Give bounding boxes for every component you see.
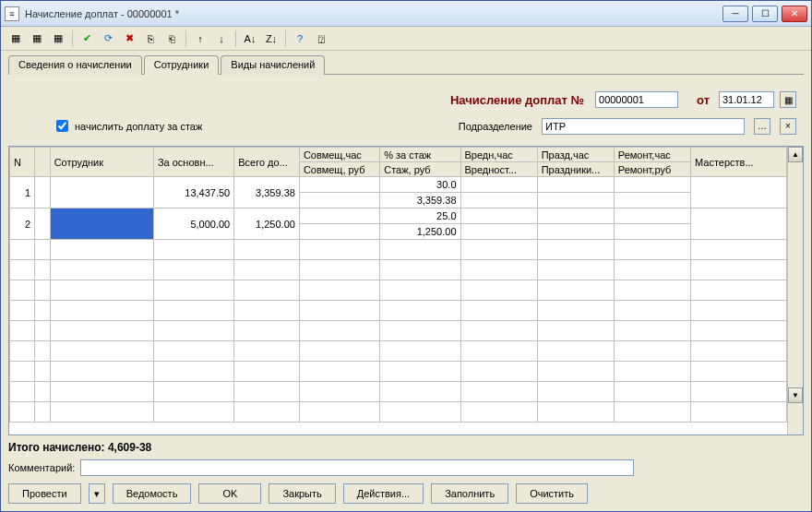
pointer-help-icon[interactable]: ⍰ bbox=[312, 30, 330, 48]
total-value: 4,609-38 bbox=[108, 441, 151, 454]
department-input[interactable] bbox=[542, 118, 745, 135]
date-input[interactable] bbox=[719, 91, 774, 108]
col-sovmesh-rub[interactable]: Совмещ, руб bbox=[299, 162, 379, 177]
app-window: ≡ Начисление доплат - 00000001 * ─ ☐ ✕ ▦… bbox=[0, 0, 812, 512]
close-button[interactable]: ✕ bbox=[782, 6, 807, 22]
row-pct[interactable]: 25.0 bbox=[380, 208, 460, 224]
move-down-icon[interactable]: ↓ bbox=[212, 30, 231, 48]
tab-general[interactable]: Сведения о начислении bbox=[8, 55, 142, 75]
col-prazd-hours[interactable]: Празд,час bbox=[537, 148, 614, 162]
row-indicator bbox=[35, 177, 51, 208]
actions-button[interactable]: Действия... bbox=[343, 483, 424, 504]
toolbar: ▦ ▦ ▦ ✔ ⟳ ✖ ⎘ ⎗ ↑ ↓ A↓ Z↓ ? ⍰ bbox=[1, 27, 811, 51]
table-row-empty[interactable] bbox=[10, 382, 787, 402]
table-row[interactable]: 2 5,000.00 1,250.00 25.0 bbox=[10, 208, 787, 224]
scroll-corner bbox=[788, 419, 803, 435]
minimize-button[interactable]: ─ bbox=[722, 6, 748, 22]
col-employee[interactable]: Сотрудник bbox=[50, 148, 153, 177]
content-area: Сведения о начислении Сотрудники Виды на… bbox=[1, 51, 811, 511]
staj-checkbox-label: начислить доплату за стаж bbox=[75, 121, 202, 132]
vedomost-button[interactable]: Ведомость bbox=[113, 483, 192, 504]
total-line: Итого начислено: 4,609-38 bbox=[8, 441, 804, 454]
col-vred-rub[interactable]: Вредност... bbox=[460, 162, 537, 177]
table-row-empty[interactable] bbox=[10, 280, 787, 301]
staj-checkbox[interactable] bbox=[56, 120, 68, 132]
tab-employees[interactable]: Сотрудники bbox=[144, 55, 220, 75]
row-pct[interactable]: 30.0 bbox=[380, 177, 460, 193]
delete-icon[interactable]: ✖ bbox=[120, 30, 138, 48]
maximize-button[interactable]: ☐ bbox=[752, 6, 778, 22]
help-icon[interactable]: ? bbox=[291, 30, 309, 48]
add-row-icon[interactable]: ▦ bbox=[6, 30, 25, 48]
data-grid[interactable]: N Сотрудник За основн... Всего до... Сов… bbox=[8, 146, 804, 435]
row-base[interactable]: 13,437.50 bbox=[153, 177, 233, 208]
provesti-button[interactable]: Провести bbox=[8, 483, 81, 504]
doc-number-label: Начисление доплат № bbox=[450, 93, 584, 107]
row-total[interactable]: 1,250.00 bbox=[234, 208, 300, 240]
col-remont-hours[interactable]: Ремонт,час bbox=[614, 148, 690, 162]
total-label: Итого начислено: bbox=[8, 441, 105, 454]
paste-icon[interactable]: ⎗ bbox=[162, 30, 181, 48]
copy-icon[interactable]: ⎘ bbox=[141, 30, 160, 48]
tab-types[interactable]: Виды начислений bbox=[221, 55, 325, 75]
titlebar: ≡ Начисление доплат - 00000001 * ─ ☐ ✕ bbox=[1, 1, 811, 27]
table-row-empty[interactable] bbox=[10, 402, 787, 423]
comment-input[interactable] bbox=[80, 459, 634, 476]
table-row-empty[interactable] bbox=[10, 260, 787, 280]
sort-asc-icon[interactable]: A↓ bbox=[241, 30, 259, 48]
row-employee-selected[interactable] bbox=[50, 208, 153, 240]
row-stazh-rub[interactable]: 1,250.00 bbox=[380, 224, 460, 240]
sort-desc-icon[interactable]: Z↓ bbox=[262, 30, 281, 48]
col-indicator[interactable] bbox=[35, 148, 51, 177]
move-up-icon[interactable]: ↑ bbox=[191, 30, 209, 48]
row-stazh-rub[interactable]: 3,359.38 bbox=[380, 193, 460, 208]
refresh-icon[interactable]: ⟳ bbox=[99, 30, 117, 48]
col-pct-stazh[interactable]: % за стаж bbox=[380, 148, 460, 162]
close-button-bottom[interactable]: Закрыть bbox=[269, 483, 335, 504]
department-label: Подразделение bbox=[459, 121, 532, 132]
col-base[interactable]: За основн... bbox=[153, 148, 233, 177]
bottom-area: Итого начислено: 4,609-38 Комментарий: П… bbox=[8, 435, 804, 504]
clear-button[interactable]: Очистить bbox=[516, 483, 588, 504]
table-row-empty[interactable] bbox=[10, 240, 787, 260]
row-indicator bbox=[35, 208, 51, 240]
table-row-empty[interactable] bbox=[10, 341, 787, 362]
col-mastery[interactable]: Мастерств... bbox=[690, 148, 786, 177]
document-icon: ≡ bbox=[5, 6, 19, 21]
scroll-up-icon[interactable]: ▲ bbox=[788, 147, 803, 162]
provesti-dropdown[interactable]: ▾ bbox=[89, 483, 105, 504]
table-row[interactable]: 1 13,437.50 3,359.38 30.0 bbox=[10, 177, 787, 193]
scroll-down-icon[interactable]: ▼ bbox=[788, 387, 803, 403]
col-vred-hours[interactable]: Вредн,час bbox=[460, 148, 537, 162]
grid-icon[interactable]: ▦ bbox=[49, 30, 67, 48]
date-from-label: от bbox=[697, 93, 710, 107]
department-clear-icon[interactable]: × bbox=[780, 118, 796, 135]
table-row-empty[interactable] bbox=[10, 321, 787, 341]
col-sovmesh-hours[interactable]: Совмещ,час bbox=[299, 148, 379, 162]
col-stazh-rub[interactable]: Стаж, руб bbox=[380, 162, 460, 177]
ok-button[interactable]: OK bbox=[198, 483, 261, 504]
row-n: 2 bbox=[10, 208, 35, 240]
row-employee[interactable] bbox=[50, 177, 153, 208]
table-row-empty[interactable] bbox=[10, 301, 787, 321]
vertical-scrollbar[interactable]: ▲ ▼ bbox=[787, 147, 803, 435]
row-total[interactable]: 3,359.38 bbox=[234, 177, 300, 208]
col-remont-rub[interactable]: Ремонт,руб bbox=[614, 162, 690, 177]
form-area: Начисление доплат № от ▦ начислить допла… bbox=[8, 75, 804, 146]
row-sov-hours[interactable] bbox=[299, 177, 379, 193]
button-bar: Провести ▾ Ведомость OK Закрыть Действия… bbox=[8, 483, 804, 504]
calendar-icon[interactable]: ▦ bbox=[780, 91, 796, 108]
col-total[interactable]: Всего до... bbox=[234, 148, 300, 177]
row-n: 1 bbox=[10, 177, 35, 208]
table-row-empty[interactable] bbox=[10, 362, 787, 382]
col-n[interactable]: N bbox=[10, 148, 35, 177]
doc-number-input[interactable] bbox=[595, 91, 678, 108]
fill-button[interactable]: Заполнить bbox=[431, 483, 508, 504]
window-title: Начисление доплат - 00000001 * bbox=[25, 8, 719, 19]
col-prazd-rub[interactable]: Праздники... bbox=[537, 162, 614, 177]
add-icon[interactable]: ▦ bbox=[28, 30, 46, 48]
ok-icon[interactable]: ✔ bbox=[78, 30, 96, 48]
row-base[interactable]: 5,000.00 bbox=[153, 208, 233, 240]
comment-label: Комментарий: bbox=[8, 462, 75, 473]
department-select-icon[interactable]: … bbox=[754, 118, 770, 135]
